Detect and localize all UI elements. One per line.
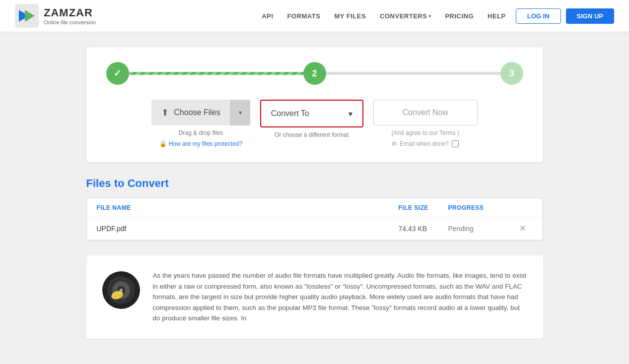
convert-to-select[interactable]: Convert To ▾ <box>262 102 361 125</box>
protection-link[interactable]: 🔒 How are my files protected? <box>159 140 243 147</box>
choose-files-button[interactable]: ⬆ Choose Files ▾ <box>151 100 250 125</box>
file-name-cell: UPDF.pdf <box>97 225 399 233</box>
step-2-circle: 2 <box>303 62 326 85</box>
chevron-down-icon: ▾ <box>239 109 242 116</box>
files-table: FILE NAME FILE SIZE PROGRESS UPDF.pdf 74… <box>86 198 543 241</box>
header-buttons: LOG IN SIGN UP <box>516 8 614 24</box>
nav-api[interactable]: API <box>262 12 273 20</box>
different-format-text[interactable]: Or choose a different format <box>275 131 349 138</box>
email-label: Email when done? <box>400 140 449 147</box>
logo-text: ZAMZAR Online file conversion <box>44 6 96 25</box>
table-row: UPDF.pdf 74.43 KB Pending ✕ <box>87 218 543 240</box>
terms-link[interactable]: Terms <box>439 129 456 136</box>
step-progress: ✓ 2 3 <box>106 62 523 85</box>
terms-suffix: ) <box>457 129 459 136</box>
nav-pricing[interactable]: PRICING <box>445 12 474 20</box>
files-title-colored: Convert <box>128 177 169 189</box>
nav-my-files[interactable]: MY FILES <box>334 12 366 20</box>
convert-to-chevron-icon: ▾ <box>349 109 352 119</box>
files-title: Files to Convert <box>86 177 543 190</box>
signup-button[interactable]: SIGN UP <box>566 8 614 24</box>
nav-converters-label: CONVERTERS <box>380 12 427 20</box>
step-line-1 <box>129 72 303 75</box>
file-progress-value: Pending <box>448 225 474 233</box>
nav-converters[interactable]: CONVERTERS ▾ <box>380 12 431 20</box>
converter-card: ✓ 2 3 ⬆ Choose Files ▾ <box>86 47 543 162</box>
choose-files-dropdown[interactable]: ▾ <box>230 100 250 125</box>
email-row: ✉ Email when done? <box>392 140 459 147</box>
files-title-plain: Files to <box>86 177 128 189</box>
file-size-cell: 74.43 KB <box>399 225 448 233</box>
main-nav: API FORMATS MY FILES CONVERTERS ▾ PRICIN… <box>262 12 505 20</box>
email-icon: ✉ <box>392 140 397 147</box>
col-filename-header: FILE NAME <box>97 204 399 211</box>
file-progress-cell: Pending <box>448 225 513 233</box>
logo[interactable]: ZAMZAR Online file conversion <box>15 4 96 28</box>
drag-drop-text: Drag & drop files <box>179 129 223 136</box>
lock-icon: 🔒 <box>159 140 167 147</box>
info-text: As the years have passed the number of a… <box>153 270 528 324</box>
choose-files-wrapper: ⬆ Choose Files ▾ Drag & drop files 🔒 How… <box>151 100 250 147</box>
step-3-circle: 3 <box>500 62 523 85</box>
email-checkbox[interactable] <box>452 140 459 147</box>
convert-to-select-wrapper: Convert To ▾ <box>260 100 363 127</box>
upload-icon: ⬆ <box>161 107 169 118</box>
converters-chevron-icon: ▾ <box>428 13 431 19</box>
step-1-label: ✓ <box>114 68 121 79</box>
col-progress-header: PROGRESS <box>448 204 513 211</box>
convert-now-wrapper: Convert Now (And agree to our Terms ) ✉ … <box>373 100 478 147</box>
terms-text: (And agree to our Terms ) <box>391 129 459 136</box>
logo-subtitle: Online file conversion <box>44 19 96 25</box>
info-section: ♪ As the years have passed the number of… <box>86 255 543 339</box>
choose-files-label: Choose Files <box>174 108 220 117</box>
convert-to-wrapper: Convert To ▾ Or choose a different forma… <box>260 100 363 138</box>
convert-to-label: Convert To <box>271 109 309 118</box>
file-size-value: 74.43 KB <box>399 225 427 233</box>
step-3-label: 3 <box>509 68 514 79</box>
convert-now-button[interactable]: Convert Now <box>373 100 478 125</box>
remove-file-button[interactable]: ✕ <box>519 225 526 233</box>
files-section: Files to Convert FILE NAME FILE SIZE PRO… <box>86 177 543 241</box>
actions-row: ⬆ Choose Files ▾ Drag & drop files 🔒 How… <box>106 100 523 147</box>
login-button[interactable]: LOG IN <box>516 8 561 24</box>
vinyl-record-icon: ♪ <box>101 270 141 310</box>
nav-formats[interactable]: FORMATS <box>287 12 321 20</box>
step-line-2 <box>326 72 500 75</box>
info-image-wrapper: ♪ <box>101 270 141 324</box>
header: ZAMZAR Online file conversion API FORMAT… <box>0 0 629 32</box>
logo-icon <box>15 4 39 28</box>
col-filesize-header: FILE SIZE <box>399 204 448 211</box>
step-1-circle: ✓ <box>106 62 129 85</box>
file-name-value: UPDF.pdf <box>97 225 127 233</box>
protection-label: How are my files protected? <box>169 140 243 147</box>
choose-files-main: ⬆ Choose Files <box>151 107 230 118</box>
terms-prefix: (And agree to our <box>391 129 439 136</box>
file-remove-cell: ✕ <box>513 225 533 233</box>
files-table-header: FILE NAME FILE SIZE PROGRESS <box>87 198 543 218</box>
main-content: ✓ 2 3 ⬆ Choose Files ▾ <box>76 32 553 354</box>
nav-help[interactable]: HELP <box>488 12 506 20</box>
step-2-label: 2 <box>312 68 317 79</box>
logo-title: ZAMZAR <box>44 6 96 19</box>
